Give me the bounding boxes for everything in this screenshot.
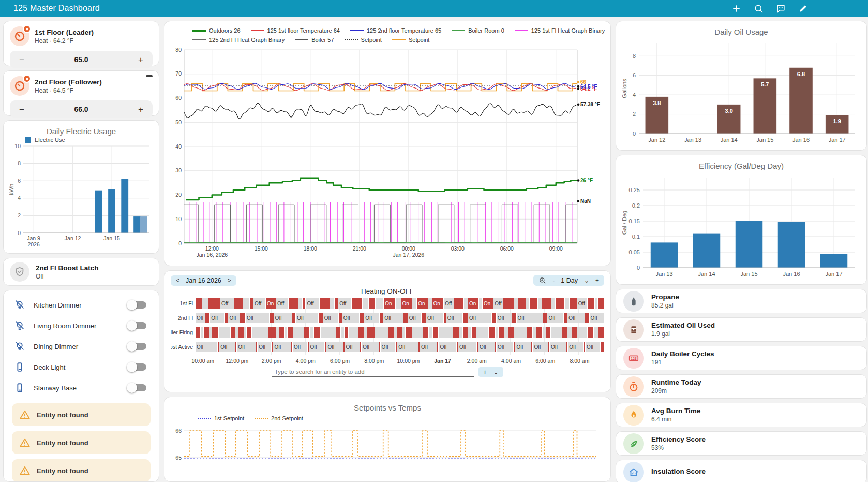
timeline-on-segment[interactable] — [335, 298, 338, 309]
timeline-off-segment[interactable]: Off — [237, 342, 256, 352]
heating-timeline[interactable]: 1st FlOffOffOnOffOffOffOnOnOnOnOffOnOnOf… — [171, 298, 604, 366]
timeline-off-segment[interactable] — [514, 298, 518, 309]
timeline-off-segment[interactable]: Off — [515, 342, 531, 352]
timeline-off-segment[interactable] — [298, 298, 303, 309]
timeline-on-segment[interactable] — [345, 327, 349, 338]
timeline-off-segment[interactable]: Off — [326, 342, 343, 352]
timeline-on-segment[interactable] — [397, 327, 402, 338]
timeline-off-segment[interactable]: Off — [219, 342, 235, 352]
timeline-off-segment[interactable] — [476, 327, 488, 338]
timeline-off-segment[interactable] — [330, 298, 335, 309]
timeline-off-segment[interactable] — [526, 298, 530, 309]
timeline-on-segment[interactable] — [518, 298, 526, 309]
timeline-off-segment[interactable] — [514, 327, 528, 338]
timeline-off-segment[interactable]: Off — [362, 342, 379, 352]
timeline-on-segment[interactable] — [562, 327, 568, 338]
timeline-on-segment[interactable] — [564, 313, 567, 323]
timeline-off-segment[interactable] — [202, 298, 208, 309]
timeline-off-segment[interactable]: Off — [420, 342, 437, 352]
timeline-off-segment[interactable]: Off — [383, 313, 403, 323]
timeline-off-segment[interactable] — [243, 298, 250, 309]
timeline-off-segment[interactable]: Off — [323, 313, 339, 323]
timeline-off-segment[interactable] — [293, 327, 304, 338]
timeline-on-segment[interactable] — [598, 298, 604, 309]
prev-day-button[interactable]: < — [176, 277, 179, 284]
timeline-on-segment[interactable] — [212, 327, 219, 338]
timeline-off-segment[interactable]: Off — [586, 342, 600, 352]
toggle-switch[interactable] — [128, 301, 146, 309]
timeline-on-segment[interactable] — [303, 298, 306, 309]
timeline-off-segment[interactable]: Off — [293, 342, 307, 352]
timeline-off-segment[interactable] — [310, 327, 315, 338]
timeline-off-segment[interactable]: Off — [497, 342, 514, 352]
timeline-on-segment[interactable] — [205, 313, 210, 323]
timeline-on-segment[interactable] — [289, 298, 298, 309]
timeline-off-segment[interactable]: Off — [381, 342, 396, 352]
timeline-on-segment[interactable] — [489, 327, 496, 338]
toggle-switch[interactable] — [128, 322, 146, 329]
timeline-off-segment[interactable]: Off — [196, 342, 218, 352]
timeline-on-segment[interactable] — [288, 327, 293, 338]
timeline-on-segment[interactable] — [380, 313, 383, 323]
stat-card-daily-boiler-cycles[interactable]: 123Daily Boiler Cycles191 — [616, 346, 867, 370]
next-day-button[interactable]: > — [228, 277, 231, 284]
stat-card-avg-burn-time[interactable]: Avg Burn Time6.4 min — [616, 403, 867, 427]
timeline-on-segment[interactable] — [472, 327, 477, 338]
timeline-on-segment[interactable] — [403, 313, 408, 323]
timeline-off-segment[interactable] — [551, 298, 556, 309]
timeline-off-segment[interactable]: Off — [439, 342, 457, 352]
timeline-off-segment[interactable]: Off — [446, 313, 463, 323]
increase-button[interactable]: + — [133, 105, 148, 114]
timeline-off-segment[interactable] — [479, 298, 483, 309]
timeline-off-segment[interactable]: Off — [306, 298, 320, 309]
timeline-off-segment[interactable]: Off — [533, 342, 548, 352]
assist-chat-icon[interactable] — [776, 4, 786, 13]
boost-latch-card[interactable]: 2nd Fl Boost Latch Off — [3, 258, 159, 286]
timeline-on-segment[interactable] — [422, 313, 426, 323]
timeline-off-segment[interactable]: Off — [228, 313, 240, 323]
zoom-in-icon[interactable] — [538, 276, 546, 284]
timeline-on-segment[interactable] — [492, 313, 497, 323]
efficiency-chart[interactable]: 00.050.10.150.20.25Jan 13Jan 14Jan 15Jan… — [620, 171, 861, 281]
timeline-on-segment[interactable] — [463, 313, 469, 323]
toggle-switch[interactable] — [128, 343, 146, 350]
timeline-off-segment[interactable] — [504, 327, 509, 338]
edit-icon[interactable] — [798, 4, 808, 13]
timeline-off-segment[interactable] — [375, 327, 388, 338]
timeline-on-segment[interactable] — [530, 298, 538, 309]
timeline-on-segment[interactable] — [369, 298, 376, 309]
setpoints-chart[interactable]: 6665 — [169, 422, 606, 479]
timeline-on-segment[interactable] — [367, 327, 375, 338]
timeline-off-segment[interactable]: Off — [408, 313, 422, 323]
timeline-off-segment[interactable]: Off — [296, 313, 319, 323]
timeline-on-segment[interactable] — [320, 298, 330, 309]
timeline-on-segment[interactable] — [454, 298, 464, 309]
timeline-off-segment[interactable] — [428, 298, 432, 309]
timeline-on-segment[interactable] — [499, 327, 504, 338]
timeline-off-segment[interactable] — [439, 327, 453, 338]
timeline-on-segment[interactable] — [339, 313, 342, 323]
timeline-off-segment[interactable]: Off — [426, 313, 444, 323]
timeline-on-segment[interactable] — [234, 298, 243, 309]
timeline-on-segment[interactable] — [546, 327, 551, 338]
timeline-on-segment[interactable] — [512, 313, 517, 323]
timeline-off-segment[interactable]: Off — [338, 298, 351, 309]
decrease-button[interactable]: − — [14, 105, 29, 114]
timeline-on-segment[interactable] — [208, 298, 220, 309]
timeline-off-segment[interactable]: Off — [444, 298, 454, 309]
toggle-switch[interactable] — [128, 384, 146, 391]
chevron-down-icon[interactable]: ⌄ — [584, 277, 589, 284]
timeline-off-segment[interactable]: Off — [468, 313, 492, 323]
timeline-off-segment[interactable]: Off — [258, 342, 272, 352]
timeline-on-segment[interactable] — [268, 327, 276, 338]
timeline-off-segment[interactable] — [363, 298, 369, 309]
timeline-off-segment[interactable] — [376, 298, 384, 309]
timeline-on-segment[interactable]: On — [266, 298, 276, 309]
entity-search-input[interactable] — [272, 367, 474, 377]
timeline-on-segment[interactable] — [556, 298, 564, 309]
add-icon[interactable] — [731, 4, 741, 13]
toggle-switch[interactable] — [128, 363, 146, 371]
timeline-on-segment[interactable] — [196, 327, 201, 338]
timeline-off-segment[interactable] — [577, 327, 587, 338]
thermostat-card-2nd-floor[interactable]: 2nd Floor (Follower) Heat · 64.5 °F − 66… — [3, 70, 159, 116]
